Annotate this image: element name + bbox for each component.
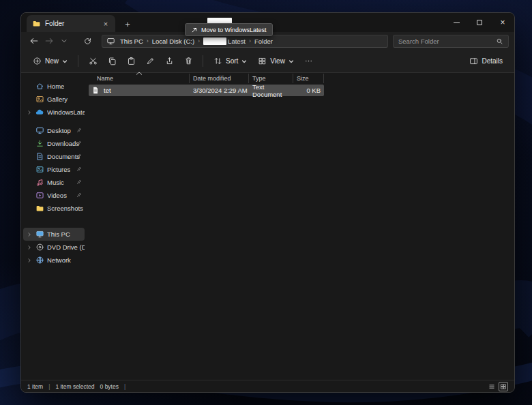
pin-icon [76, 166, 82, 172]
search-icon [496, 38, 503, 45]
desktop: Folder × + × [0, 0, 532, 405]
dvd-icon [35, 243, 44, 252]
breadcrumb-label: This PC [120, 38, 143, 45]
share-icon [165, 57, 174, 65]
chevron-down-icon [289, 59, 294, 64]
chevron-right-icon[interactable] [26, 258, 32, 263]
tab-close-icon[interactable]: × [101, 19, 110, 29]
maximize-button[interactable] [468, 13, 491, 32]
breadcrumb[interactable]: This PC › Local Disk (C:) › Latest › Fol… [102, 35, 388, 48]
file-name: tet [104, 87, 111, 94]
more-options-button[interactable] [300, 53, 318, 70]
sidebar-item-label: Pictures [47, 166, 70, 173]
toolbar-divider [203, 55, 203, 67]
forward-button[interactable] [42, 34, 57, 48]
column-header-name[interactable]: Name [89, 74, 190, 83]
videos-icon [35, 191, 44, 200]
rename-icon [146, 57, 155, 65]
sidebar-item-label: Music [47, 179, 64, 186]
cut-icon [89, 57, 98, 65]
status-view-thumbnails-button[interactable] [499, 382, 508, 391]
chevron-right-icon[interactable] [26, 110, 32, 115]
details-pane-icon [469, 57, 478, 65]
new-tab-button[interactable]: + [121, 17, 134, 31]
minimize-button[interactable] [445, 13, 468, 32]
redacted-label [203, 38, 226, 45]
new-button[interactable]: New [28, 53, 72, 70]
sidebar-item-label: Network [47, 256, 71, 264]
chevron-right-icon[interactable] [26, 245, 32, 250]
status-divider: | [124, 383, 125, 390]
refresh-icon [83, 37, 92, 46]
sidebar-item-label: DVD Drive (D:) CCC [47, 243, 85, 251]
this-pc-icon [35, 230, 44, 239]
file-date-cell: 3/30/2024 2:29 AM [190, 87, 249, 94]
sidebar-item-gallery[interactable]: Gallery [23, 93, 85, 106]
status-view-details-button[interactable] [487, 382, 497, 391]
sidebar-item-dvd-drive[interactable]: DVD Drive (D:) CCC [23, 241, 85, 254]
sort-button[interactable]: Sort [209, 53, 252, 70]
network-icon [35, 256, 44, 265]
breadcrumb-item-folder[interactable]: Folder [252, 38, 276, 45]
back-button[interactable] [27, 34, 42, 48]
this-pc-location-icon [106, 37, 115, 46]
refresh-button[interactable] [80, 34, 95, 48]
chevron-right-icon[interactable] [26, 232, 32, 237]
sidebar-item-label: This PC [47, 230, 70, 238]
delete-button[interactable] [179, 53, 197, 70]
breadcrumb-item-local-disk[interactable]: Local Disk (C:) [149, 38, 197, 45]
downloads-icon [35, 139, 44, 148]
details-pane-button[interactable]: Details [464, 53, 507, 70]
breadcrumb-item-windowslatest[interactable]: Latest [201, 38, 248, 45]
paste-button[interactable] [122, 53, 140, 70]
column-header-size[interactable]: Size [293, 74, 324, 83]
pin-icon [76, 127, 82, 133]
sidebar-item-label: Home [47, 82, 64, 90]
sidebar-item-network[interactable]: Network [23, 254, 85, 267]
column-header-type[interactable]: Type [249, 74, 293, 83]
delete-icon [184, 57, 193, 65]
new-button-label: New [45, 57, 59, 65]
close-icon: × [500, 18, 505, 27]
rename-button[interactable] [141, 53, 159, 70]
sidebar-item-desktop[interactable]: Desktop [23, 124, 85, 137]
sidebar-item-documents[interactable]: Documents [23, 150, 85, 163]
cut-button[interactable] [84, 53, 102, 70]
sidebar-item-onedrive[interactable]: WindowsLatest - Pr [23, 106, 85, 119]
status-divider: | [48, 383, 50, 390]
breadcrumb-item-this-pc[interactable]: This PC [117, 38, 146, 45]
sidebar-item-music[interactable]: Music [23, 176, 85, 189]
search-input[interactable] [398, 38, 496, 45]
pin-icon [76, 153, 82, 159]
sidebar-item-pictures[interactable]: Pictures [23, 163, 85, 176]
breadcrumb-label: Latest [228, 38, 246, 45]
recent-locations-button[interactable] [57, 34, 72, 48]
status-bar: 1 item | 1 item selected 0 bytes | [21, 380, 514, 392]
details-button-label: Details [482, 57, 503, 65]
chevron-down-icon [62, 59, 68, 64]
sidebar-item-this-pc[interactable]: This PC [23, 228, 85, 241]
file-row-selected[interactable]: tet 3/30/2024 2:29 AM Text Document 0 KB [89, 85, 324, 96]
sidebar-item-downloads[interactable]: Downloads [23, 137, 85, 150]
folder-icon [31, 19, 41, 28]
sidebar-item-home[interactable]: Home [23, 80, 85, 93]
onedrive-icon [35, 108, 44, 117]
file-list-pane[interactable]: Name Date modified Type Size tet 3/30/20… [87, 73, 514, 380]
sidebar-item-label: Videos [47, 192, 67, 199]
column-header-date-modified[interactable]: Date modified [190, 74, 249, 83]
sidebar-item-videos[interactable]: Videos [23, 189, 85, 202]
explorer-tab[interactable]: Folder × [27, 15, 115, 32]
share-button[interactable] [160, 53, 178, 70]
copy-button[interactable] [103, 53, 121, 70]
navigation-pane: Home Gallery WindowsLatest - Pr Desktop [21, 73, 87, 380]
sort-button-label: Sort [226, 57, 238, 65]
file-name-cell: tet [89, 86, 190, 95]
status-view-toggles [487, 382, 508, 391]
sort-icon [213, 57, 222, 65]
pin-icon [76, 179, 82, 185]
selection-count: 1 item selected [55, 383, 94, 390]
close-button[interactable]: × [491, 13, 514, 32]
sidebar-item-screenshots[interactable]: Screenshots [23, 202, 85, 215]
view-button[interactable]: View [253, 53, 299, 70]
search-box[interactable] [393, 35, 509, 48]
